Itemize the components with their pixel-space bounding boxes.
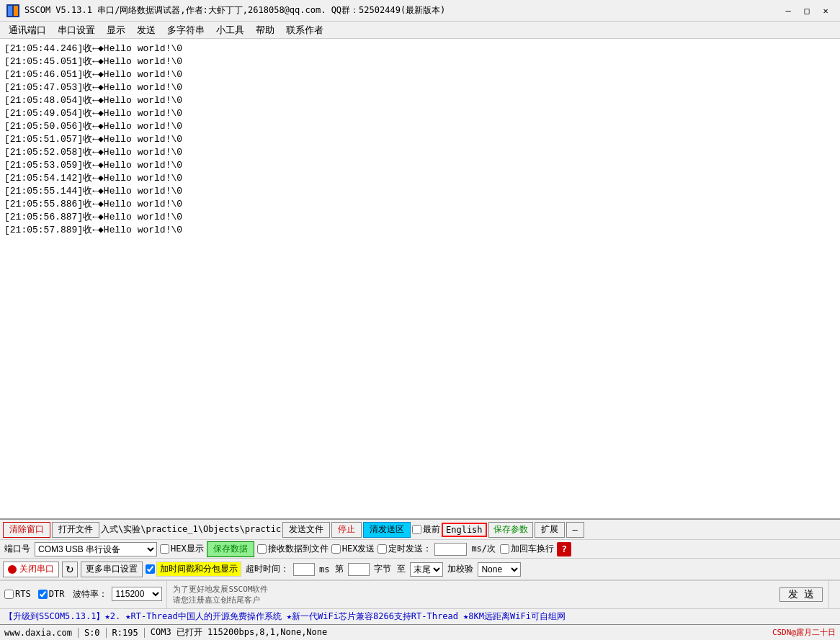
port-status: COM3 已打开 115200bps,8,1,None,None xyxy=(151,626,328,639)
toolbar-row3: 关闭串口 ↻ 更多串口设置 加时间戳和分包显示 超时时间： 20 ms 第 1 … xyxy=(0,559,840,580)
minimize-button[interactable]: — xyxy=(779,4,797,18)
toolbar-row1: 清除窗口 打开文件 入式\实验\practice_1\Objects\pract… xyxy=(0,520,840,540)
svg-rect-1 xyxy=(8,6,12,16)
add-timestamp-checkbox[interactable] xyxy=(146,564,155,574)
terminal-output[interactable]: [21:05:44.246]收←◆Hello world!\0 [21:05:4… xyxy=(0,39,840,519)
hex-send-checkbox[interactable] xyxy=(331,544,341,554)
status-divider-2 xyxy=(106,628,107,638)
timestamp-display: 加时间戳和分包显示 xyxy=(156,562,241,577)
baud-rate-label: 波特率： xyxy=(71,588,109,600)
byte-label: 字节 xyxy=(372,563,393,575)
end-position-select[interactable]: 末尾 xyxy=(410,562,443,577)
baud-rate-select[interactable]: 115200 xyxy=(112,587,162,601)
hex-send-label[interactable]: HEX发送 xyxy=(331,543,375,555)
open-file-button[interactable]: 打开文件 xyxy=(52,522,99,538)
rts-label[interactable]: RTS xyxy=(4,589,31,599)
website-status: www.daxia.com xyxy=(4,628,72,638)
port-number-label: 端口号 xyxy=(3,543,32,555)
recv-to-file-checkbox[interactable] xyxy=(257,544,267,554)
promo-section: 为了更好地发展SSCOM软件 请您注册嘉立创结尾客户 xyxy=(167,581,774,608)
menu-item-发送[interactable]: 发送 xyxy=(131,22,161,38)
add-newline-label[interactable]: 加回车换行 xyxy=(500,543,554,555)
refresh-ports-button[interactable]: ↻ xyxy=(62,562,78,577)
menu-item-多字符串[interactable]: 多字符串 xyxy=(161,22,210,38)
toolbar-row2: 端口号 COM3 USB 串行设备 HEX显示 保存数据 接收数据到文件 HEX… xyxy=(0,540,840,559)
dtr-checkbox[interactable] xyxy=(38,590,48,599)
menubar: 通讯端口串口设置显示发送多字符串小工具帮助联系作者 xyxy=(0,22,840,39)
add-timestamp-label[interactable]: 加时间戳和分包显示 xyxy=(146,562,241,577)
question-icon[interactable]: ? xyxy=(557,542,571,556)
bottom-area: 清除窗口 打开文件 入式\实验\practice_1\Objects\pract… xyxy=(0,519,840,608)
menu-item-通讯端口[interactable]: 通讯端口 xyxy=(3,22,52,38)
csdn-info: CSDN@露月二十日 xyxy=(772,627,836,638)
save-data-button[interactable]: 保存数据 xyxy=(207,541,254,557)
timed-send-checkbox[interactable] xyxy=(377,544,387,554)
close-port-button[interactable]: 关闭串口 xyxy=(3,562,59,577)
right-scrollbar[interactable] xyxy=(828,581,840,608)
main-area: [21:05:44.246]收←◆Hello world!\0 [21:05:4… xyxy=(0,39,840,640)
checksum-select[interactable]: None xyxy=(478,562,521,577)
menu-item-小工具[interactable]: 小工具 xyxy=(210,22,250,38)
clear-window-button[interactable]: 清除窗口 xyxy=(3,522,50,538)
maximize-button[interactable]: □ xyxy=(798,4,816,18)
dtr-label[interactable]: DTR xyxy=(38,589,65,599)
checksum-label: 加校验 xyxy=(446,563,475,575)
save-params-button[interactable]: 保存参数 xyxy=(488,522,533,538)
close-button[interactable]: ✕ xyxy=(817,4,834,18)
stop-button[interactable]: 停止 xyxy=(331,522,362,538)
hex-display-label[interactable]: HEX显示 xyxy=(160,543,204,555)
svg-rect-2 xyxy=(14,6,18,16)
app-icon xyxy=(6,4,20,18)
timed-unit-label: ms/次 xyxy=(470,543,497,555)
packet-num-input[interactable]: 1 xyxy=(348,563,370,576)
more-settings-button[interactable]: 更多串口设置 xyxy=(81,562,143,577)
status-divider-1 xyxy=(78,628,79,638)
timeout-unit-label: ms xyxy=(318,564,331,574)
status-divider-3 xyxy=(144,628,145,638)
statusbar: www.daxia.com S:0 R:195 COM3 已打开 115200b… xyxy=(0,624,840,640)
expand-button[interactable]: 扩展 xyxy=(535,522,565,538)
file-path: 入式\实验\practice_1\Objects\practice_1.hex xyxy=(101,523,281,536)
add-newline-checkbox[interactable] xyxy=(500,544,509,554)
to-label: 至 xyxy=(396,563,407,575)
topmost-checkbox[interactable] xyxy=(412,525,421,534)
hex-display-checkbox[interactable] xyxy=(160,544,169,554)
window-title: SSCOM V5.13.1 串口/网络数据调试器,作者:大虾丁丁,2618058… xyxy=(24,4,778,17)
close-port-label: 关闭串口 xyxy=(19,563,54,575)
send-file-button[interactable]: 发送文件 xyxy=(282,522,330,538)
topmost-checkbox-label[interactable]: 最前 xyxy=(412,523,440,536)
timeout-input[interactable]: 20 xyxy=(293,563,315,576)
menu-item-帮助[interactable]: 帮助 xyxy=(250,22,280,38)
rts-dtr-section: RTS DTR 波特率： 115200 xyxy=(4,587,162,601)
send-count: S:0 xyxy=(84,628,100,638)
menu-item-联系作者[interactable]: 联系作者 xyxy=(280,22,329,38)
titlebar: SSCOM V5.13.1 串口/网络数据调试器,作者:大虾丁丁,2618058… xyxy=(0,0,840,22)
promo-line1: 为了更好地发展SSCOM软件 xyxy=(173,584,768,595)
recv-count: R:195 xyxy=(112,628,138,638)
english-indicator: English xyxy=(442,523,487,537)
send-button[interactable]: 发 送 xyxy=(779,587,823,602)
packet-label: 第 xyxy=(334,563,345,575)
timed-send-label[interactable]: 定时发送： xyxy=(377,543,432,555)
promo-line2: 请您注册嘉立创结尾客户 xyxy=(173,595,768,605)
recv-to-file-label[interactable]: 接收数据到文件 xyxy=(257,543,329,555)
timeout-label: 超时时间： xyxy=(244,563,290,575)
news-text: 【升级到SSCOM5.13.1】★2. ★RT-Thread中国人的开源免费操作… xyxy=(4,610,566,623)
port-status-indicator xyxy=(8,565,17,574)
collapse-button[interactable]: — xyxy=(566,522,584,538)
timed-send-input[interactable]: 1000 xyxy=(434,543,467,556)
rts-checkbox[interactable] xyxy=(4,590,14,599)
menu-item-串口设置[interactable]: 串口设置 xyxy=(52,22,101,38)
clear-send-area-button[interactable]: 清发送区 xyxy=(363,522,411,538)
port-select[interactable]: COM3 USB 串行设备 xyxy=(35,542,157,556)
menu-item-显示[interactable]: 显示 xyxy=(101,22,131,38)
news-ticker: 【升级到SSCOM5.13.1】★2. ★RT-Thread中国人的开源免费操作… xyxy=(0,608,840,624)
